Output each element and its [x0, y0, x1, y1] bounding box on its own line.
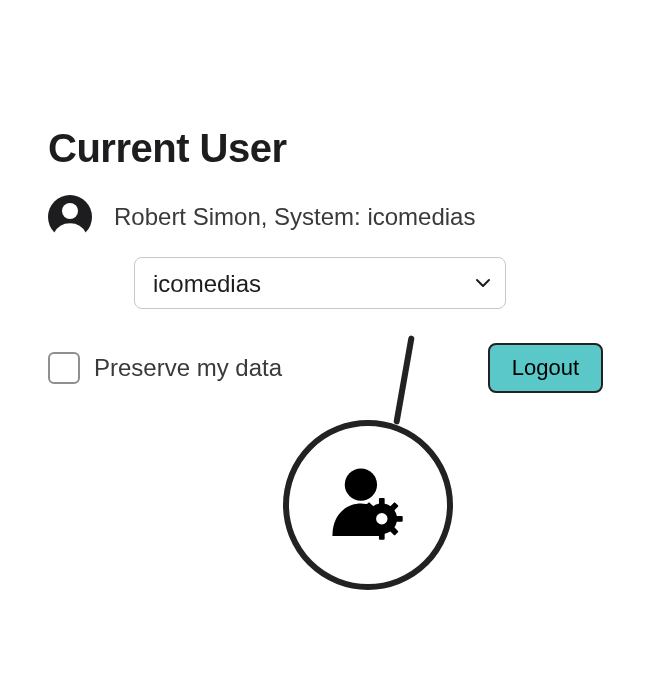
- svg-rect-8: [395, 515, 403, 521]
- page-title: Current User: [48, 126, 622, 171]
- user-gear-icon: [321, 458, 416, 553]
- svg-point-1: [62, 203, 78, 219]
- current-user-row: Robert Simon, System: icomedias: [48, 195, 622, 239]
- svg-rect-6: [378, 532, 384, 540]
- system-select-row: icomedias: [134, 257, 622, 309]
- avatar-icon: [48, 195, 92, 239]
- bottom-actions-row: Preserve my data Logout: [48, 343, 603, 393]
- callout-overlay: [283, 400, 473, 590]
- user-display-name: Robert Simon, System: icomedias: [114, 203, 475, 231]
- system-select[interactable]: icomedias: [134, 257, 506, 309]
- svg-rect-5: [378, 497, 384, 505]
- callout-circle: [283, 420, 453, 590]
- svg-point-4: [376, 513, 387, 524]
- svg-rect-7: [360, 515, 368, 521]
- preserve-data-group[interactable]: Preserve my data: [48, 352, 282, 384]
- preserve-data-checkbox[interactable]: [48, 352, 80, 384]
- logout-button[interactable]: Logout: [488, 343, 603, 393]
- svg-point-2: [344, 468, 376, 500]
- preserve-data-label: Preserve my data: [94, 354, 282, 382]
